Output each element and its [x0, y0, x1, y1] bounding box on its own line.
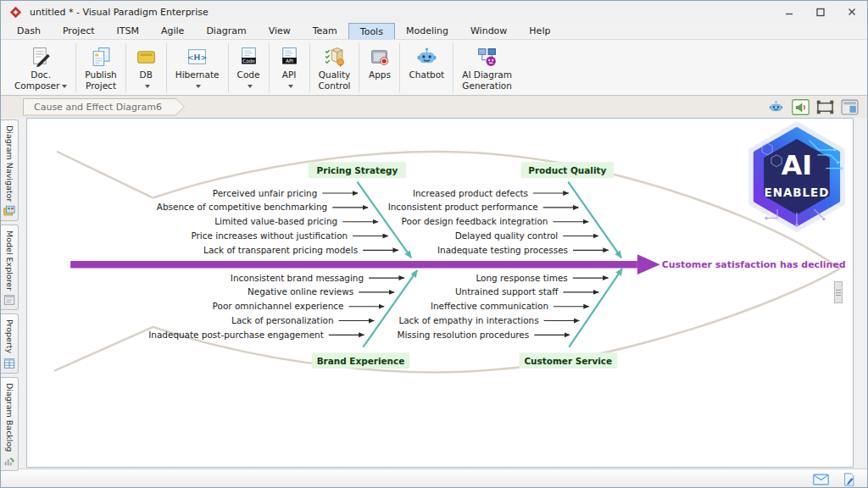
chevron-down-icon — [248, 85, 253, 88]
category-node-customer[interactable]: Customer Service — [520, 352, 617, 369]
cause-label[interactable]: Limited value-based pricing — [214, 216, 337, 226]
cause-label[interactable]: Perceived unfair pricing — [213, 188, 318, 198]
doc-composer-icon — [30, 45, 53, 69]
toolbar-button-label: Apps — [369, 69, 391, 80]
menu-item-dash[interactable]: Dash — [6, 23, 52, 39]
cause-label[interactable]: Lack of transparent pricing models — [203, 245, 358, 255]
toolbar-button-label: API — [282, 69, 297, 92]
sidebar-tab-model-explorer[interactable]: Model Explorer — [1, 225, 19, 310]
toolbar-button-label: AI DiagramGeneration — [462, 69, 512, 92]
cause-label[interactable]: Delayed quality control — [455, 230, 559, 241]
menu-item-window[interactable]: Window — [459, 23, 518, 39]
mail-icon — [813, 473, 829, 486]
toolbar-button-label: Hibernate — [175, 69, 220, 92]
cause-label[interactable]: Long response times — [476, 273, 567, 283]
toolbar-button-label: Chatbot — [409, 69, 444, 80]
menu-item-agile[interactable]: Agile — [150, 23, 195, 39]
fit-bounds-button[interactable] — [816, 99, 834, 115]
sidebar-tab-label: Property — [5, 319, 14, 353]
app-window: untitled * - Visual Paradigm Enterprise … — [0, 0, 868, 488]
sidebar-tab-diagram-backlog[interactable]: Diagram Backlog — [1, 377, 19, 471]
toolbar-separator — [399, 43, 400, 92]
cause-label[interactable]: Untrained support staff — [455, 286, 559, 297]
close-button[interactable] — [836, 1, 867, 23]
cause-label[interactable]: Inconsistent brand messaging — [231, 273, 364, 283]
chatbot-viewer-button[interactable] — [767, 99, 785, 115]
menu-item-tools[interactable]: Tools — [348, 23, 395, 39]
sidebar-tab-property[interactable]: Property — [1, 313, 19, 373]
db-button[interactable]: DB — [128, 42, 164, 93]
toolbar-separator — [309, 43, 310, 92]
cause-label[interactable]: Inadequate post-purchase engagement — [148, 330, 324, 340]
db-icon — [135, 45, 158, 69]
title-bar: untitled * - Visual Paradigm Enterprise — [1, 1, 867, 23]
cause-label[interactable]: Inconsistent product performance — [388, 202, 538, 212]
category-node-product[interactable]: Product Quality — [521, 162, 614, 178]
svg-text:<H>: <H> — [187, 53, 207, 62]
cause-label[interactable]: Increased product defects — [413, 188, 528, 198]
apps-button[interactable]: Apps — [361, 42, 398, 93]
toolbar-button-label: PublishProject — [85, 69, 116, 92]
edit-document-button[interactable] — [841, 473, 857, 486]
model-explorer-icon — [3, 294, 15, 306]
panel-layout-button[interactable] — [841, 99, 859, 115]
diagram-backlog-icon — [3, 455, 15, 467]
left-sidebar: Diagram NavigatorModel ExplorerPropertyD… — [1, 118, 21, 469]
svg-text:Pricing Strategy: Pricing Strategy — [317, 165, 398, 175]
effect-label[interactable]: Customer satisfaction has declined — [662, 259, 846, 270]
quality-control-icon — [323, 45, 346, 69]
minimize-button[interactable] — [773, 1, 804, 23]
doc-composer-button[interactable]: Doc.Composer — [8, 42, 74, 93]
tab-label: Cause and Effect Diagram6 — [34, 102, 162, 113]
sidebar-tab-diagram-navigator[interactable]: Diagram Navigator — [1, 119, 19, 221]
publish-project-button[interactable]: PublishProject — [78, 42, 123, 93]
branch-line-customer[interactable] — [569, 269, 622, 347]
menu-item-team[interactable]: Team — [302, 23, 348, 39]
api-button[interactable]: APIAPI — [271, 42, 308, 93]
mail-button[interactable] — [813, 473, 829, 486]
category-node-pricing[interactable]: Pricing Strategy — [309, 162, 406, 178]
cause-label[interactable]: Poor design feedback integration — [402, 216, 548, 226]
code-button[interactable]: CodeCode — [231, 42, 267, 93]
frame-icon — [816, 99, 834, 115]
cause-label[interactable]: Inadequate testing processes — [437, 245, 568, 255]
cause-label[interactable]: Price increases without justification — [191, 230, 348, 241]
branch-line-product[interactable] — [568, 182, 621, 258]
cause-label[interactable]: Ineffective communication — [431, 301, 548, 311]
chevron-down-icon — [196, 85, 201, 88]
ai-diagram-icon — [476, 45, 498, 69]
cause-label[interactable]: Missing resolution procedures — [397, 330, 529, 340]
badge-line2: ENABLED — [765, 186, 830, 199]
menu-item-view[interactable]: View — [258, 23, 302, 39]
category-node-brand[interactable]: Brand Experience — [312, 352, 409, 369]
announcement-button[interactable] — [792, 99, 810, 115]
tab-cause-and-effect-diagram[interactable]: Cause and Effect Diagram6 — [23, 98, 185, 116]
chatbot-button[interactable]: Chatbot — [402, 42, 451, 93]
hibernate-button[interactable]: <H>Hibernate — [169, 42, 226, 93]
menu-item-itsm[interactable]: ITSM — [106, 23, 150, 39]
menu-item-project[interactable]: Project — [52, 23, 106, 39]
chatbot-small-icon — [767, 99, 785, 115]
diagram-toolbar-icons — [767, 99, 859, 115]
vertical-scrollbar-thumb[interactable] — [834, 281, 843, 303]
cause-label[interactable]: Lack of personalization — [231, 315, 334, 325]
cause-label[interactable]: Poor omnichannel experience — [213, 301, 344, 311]
cause-label[interactable]: Lack of empathy in interactions — [398, 315, 538, 325]
hibernate-icon: <H> — [186, 45, 209, 69]
toolbar-separator — [75, 43, 76, 92]
edit-icon — [841, 473, 857, 486]
apps-icon — [368, 45, 391, 69]
ai-diagram-generation-button[interactable]: AI DiagramGeneration — [455, 42, 519, 93]
menu-item-diagram[interactable]: Diagram — [195, 23, 257, 39]
maximize-button[interactable] — [804, 1, 836, 23]
menu-item-modeling[interactable]: Modeling — [395, 23, 459, 39]
cause-label[interactable]: Absence of competitive benchmarking — [157, 202, 327, 212]
toolbar-separator — [359, 43, 359, 92]
menu-item-help[interactable]: Help — [518, 23, 561, 39]
toolbar-button-label: Code — [237, 69, 260, 92]
status-bar — [1, 469, 867, 488]
quality-control-button[interactable]: QualityControl — [312, 42, 358, 93]
svg-text:Customer Service: Customer Service — [524, 356, 612, 366]
diagram-canvas[interactable]: Perceived unfair pricingAbsence of compe… — [26, 118, 854, 468]
cause-label[interactable]: Negative online reviews — [248, 286, 353, 297]
